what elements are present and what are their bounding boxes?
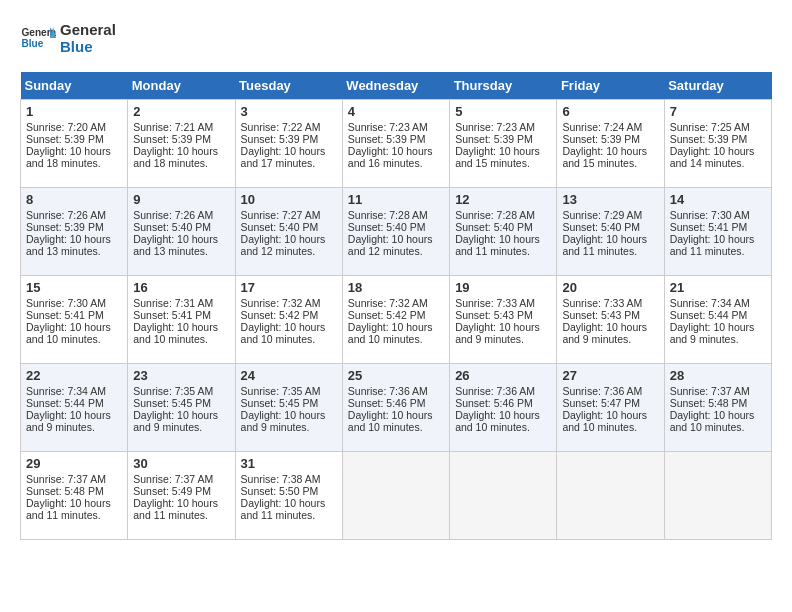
svg-text:Blue: Blue: [21, 38, 43, 49]
calendar-cell: 6Sunrise: 7:24 AMSunset: 5:39 PMDaylight…: [557, 100, 664, 188]
calendar-cell: 15Sunrise: 7:30 AMSunset: 5:41 PMDayligh…: [21, 276, 128, 364]
day-info: Sunrise: 7:24 AMSunset: 5:39 PMDaylight:…: [562, 121, 658, 169]
weekday-header-sunday: Sunday: [21, 72, 128, 100]
day-info: Sunrise: 7:35 AMSunset: 5:45 PMDaylight:…: [241, 385, 337, 433]
day-info: Sunrise: 7:33 AMSunset: 5:43 PMDaylight:…: [455, 297, 551, 345]
day-info: Sunrise: 7:23 AMSunset: 5:39 PMDaylight:…: [455, 121, 551, 169]
day-number: 10: [241, 192, 337, 207]
day-info: Sunrise: 7:37 AMSunset: 5:48 PMDaylight:…: [26, 473, 122, 521]
day-number: 28: [670, 368, 766, 383]
day-info: Sunrise: 7:26 AMSunset: 5:40 PMDaylight:…: [133, 209, 229, 257]
day-number: 4: [348, 104, 444, 119]
calendar-cell: 2Sunrise: 7:21 AMSunset: 5:39 PMDaylight…: [128, 100, 235, 188]
day-number: 16: [133, 280, 229, 295]
calendar-cell: 9Sunrise: 7:26 AMSunset: 5:40 PMDaylight…: [128, 188, 235, 276]
calendar-cell: [342, 452, 449, 540]
day-info: Sunrise: 7:31 AMSunset: 5:41 PMDaylight:…: [133, 297, 229, 345]
day-number: 24: [241, 368, 337, 383]
logo: General Blue General Blue: [20, 20, 116, 56]
day-number: 14: [670, 192, 766, 207]
calendar-cell: [557, 452, 664, 540]
week-row-4: 15Sunrise: 7:30 AMSunset: 5:41 PMDayligh…: [21, 276, 772, 364]
weekday-header-row: SundayMondayTuesdayWednesdayThursdayFrid…: [21, 72, 772, 100]
day-number: 21: [670, 280, 766, 295]
calendar-cell: 10Sunrise: 7:27 AMSunset: 5:40 PMDayligh…: [235, 188, 342, 276]
week-row-2: 1Sunrise: 7:20 AMSunset: 5:39 PMDaylight…: [21, 100, 772, 188]
calendar-cell: 17Sunrise: 7:32 AMSunset: 5:42 PMDayligh…: [235, 276, 342, 364]
day-number: 11: [348, 192, 444, 207]
day-number: 8: [26, 192, 122, 207]
page-header: General Blue General Blue: [20, 20, 772, 56]
day-number: 20: [562, 280, 658, 295]
calendar-cell: 4Sunrise: 7:23 AMSunset: 5:39 PMDaylight…: [342, 100, 449, 188]
day-number: 18: [348, 280, 444, 295]
day-info: Sunrise: 7:30 AMSunset: 5:41 PMDaylight:…: [670, 209, 766, 257]
calendar-cell: 21Sunrise: 7:34 AMSunset: 5:44 PMDayligh…: [664, 276, 771, 364]
day-info: Sunrise: 7:30 AMSunset: 5:41 PMDaylight:…: [26, 297, 122, 345]
calendar-cell: 8Sunrise: 7:26 AMSunset: 5:39 PMDaylight…: [21, 188, 128, 276]
day-info: Sunrise: 7:36 AMSunset: 5:46 PMDaylight:…: [455, 385, 551, 433]
calendar-cell: 26Sunrise: 7:36 AMSunset: 5:46 PMDayligh…: [450, 364, 557, 452]
day-info: Sunrise: 7:34 AMSunset: 5:44 PMDaylight:…: [26, 385, 122, 433]
week-row-3: 8Sunrise: 7:26 AMSunset: 5:39 PMDaylight…: [21, 188, 772, 276]
day-info: Sunrise: 7:34 AMSunset: 5:44 PMDaylight:…: [670, 297, 766, 345]
day-number: 1: [26, 104, 122, 119]
day-info: Sunrise: 7:26 AMSunset: 5:39 PMDaylight:…: [26, 209, 122, 257]
weekday-header-monday: Monday: [128, 72, 235, 100]
calendar-cell: 29Sunrise: 7:37 AMSunset: 5:48 PMDayligh…: [21, 452, 128, 540]
calendar-cell: 25Sunrise: 7:36 AMSunset: 5:46 PMDayligh…: [342, 364, 449, 452]
day-number: 15: [26, 280, 122, 295]
calendar-cell: 7Sunrise: 7:25 AMSunset: 5:39 PMDaylight…: [664, 100, 771, 188]
day-info: Sunrise: 7:22 AMSunset: 5:39 PMDaylight:…: [241, 121, 337, 169]
day-number: 7: [670, 104, 766, 119]
day-info: Sunrise: 7:36 AMSunset: 5:46 PMDaylight:…: [348, 385, 444, 433]
calendar-cell: 28Sunrise: 7:37 AMSunset: 5:48 PMDayligh…: [664, 364, 771, 452]
calendar-cell: 24Sunrise: 7:35 AMSunset: 5:45 PMDayligh…: [235, 364, 342, 452]
day-number: 2: [133, 104, 229, 119]
week-row-5: 22Sunrise: 7:34 AMSunset: 5:44 PMDayligh…: [21, 364, 772, 452]
day-number: 27: [562, 368, 658, 383]
day-number: 9: [133, 192, 229, 207]
day-info: Sunrise: 7:32 AMSunset: 5:42 PMDaylight:…: [241, 297, 337, 345]
day-number: 23: [133, 368, 229, 383]
day-number: 22: [26, 368, 122, 383]
weekday-header-saturday: Saturday: [664, 72, 771, 100]
day-info: Sunrise: 7:35 AMSunset: 5:45 PMDaylight:…: [133, 385, 229, 433]
day-number: 29: [26, 456, 122, 471]
day-info: Sunrise: 7:33 AMSunset: 5:43 PMDaylight:…: [562, 297, 658, 345]
weekday-header-friday: Friday: [557, 72, 664, 100]
calendar-cell: 20Sunrise: 7:33 AMSunset: 5:43 PMDayligh…: [557, 276, 664, 364]
day-number: 13: [562, 192, 658, 207]
weekday-header-tuesday: Tuesday: [235, 72, 342, 100]
day-number: 12: [455, 192, 551, 207]
calendar-cell: 18Sunrise: 7:32 AMSunset: 5:42 PMDayligh…: [342, 276, 449, 364]
calendar-cell: 19Sunrise: 7:33 AMSunset: 5:43 PMDayligh…: [450, 276, 557, 364]
week-row-6: 29Sunrise: 7:37 AMSunset: 5:48 PMDayligh…: [21, 452, 772, 540]
day-info: Sunrise: 7:25 AMSunset: 5:39 PMDaylight:…: [670, 121, 766, 169]
day-info: Sunrise: 7:36 AMSunset: 5:47 PMDaylight:…: [562, 385, 658, 433]
calendar-cell: 23Sunrise: 7:35 AMSunset: 5:45 PMDayligh…: [128, 364, 235, 452]
day-number: 25: [348, 368, 444, 383]
day-info: Sunrise: 7:37 AMSunset: 5:48 PMDaylight:…: [670, 385, 766, 433]
calendar-cell: 12Sunrise: 7:28 AMSunset: 5:40 PMDayligh…: [450, 188, 557, 276]
calendar-cell: 13Sunrise: 7:29 AMSunset: 5:40 PMDayligh…: [557, 188, 664, 276]
calendar-cell: 22Sunrise: 7:34 AMSunset: 5:44 PMDayligh…: [21, 364, 128, 452]
calendar-cell: 14Sunrise: 7:30 AMSunset: 5:41 PMDayligh…: [664, 188, 771, 276]
day-number: 17: [241, 280, 337, 295]
calendar-cell: [450, 452, 557, 540]
day-info: Sunrise: 7:32 AMSunset: 5:42 PMDaylight:…: [348, 297, 444, 345]
calendar-cell: 5Sunrise: 7:23 AMSunset: 5:39 PMDaylight…: [450, 100, 557, 188]
calendar-cell: 30Sunrise: 7:37 AMSunset: 5:49 PMDayligh…: [128, 452, 235, 540]
calendar-cell: [664, 452, 771, 540]
weekday-header-wednesday: Wednesday: [342, 72, 449, 100]
day-number: 31: [241, 456, 337, 471]
calendar-cell: 31Sunrise: 7:38 AMSunset: 5:50 PMDayligh…: [235, 452, 342, 540]
day-info: Sunrise: 7:29 AMSunset: 5:40 PMDaylight:…: [562, 209, 658, 257]
day-info: Sunrise: 7:38 AMSunset: 5:50 PMDaylight:…: [241, 473, 337, 521]
day-info: Sunrise: 7:21 AMSunset: 5:39 PMDaylight:…: [133, 121, 229, 169]
day-info: Sunrise: 7:37 AMSunset: 5:49 PMDaylight:…: [133, 473, 229, 521]
calendar-cell: 11Sunrise: 7:28 AMSunset: 5:40 PMDayligh…: [342, 188, 449, 276]
day-number: 30: [133, 456, 229, 471]
day-info: Sunrise: 7:28 AMSunset: 5:40 PMDaylight:…: [348, 209, 444, 257]
day-number: 5: [455, 104, 551, 119]
